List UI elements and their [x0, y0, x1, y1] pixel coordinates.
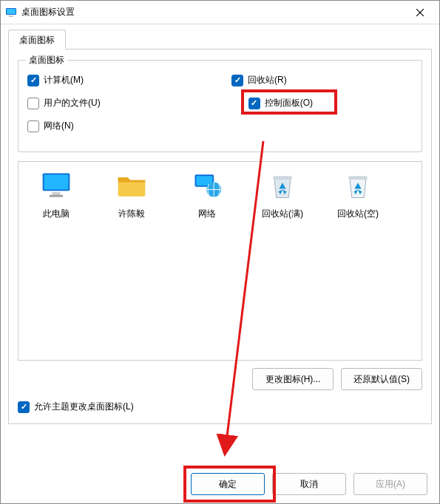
apply-button[interactable]: 应用(A) — [353, 473, 427, 495]
icon-preview-list[interactable]: 此电脑 许陈毅 网络 — [18, 161, 422, 361]
folder-icon — [115, 169, 148, 202]
preview-item-bin-empty[interactable]: 回收站(空) — [326, 169, 390, 220]
preview-item-label: 回收站(满) — [251, 208, 314, 220]
change-icon-button[interactable]: 更改图标(H)... — [252, 368, 334, 390]
preview-item-this-pc[interactable]: 此电脑 — [24, 169, 88, 220]
checkbox-label: 用户的文件(U) — [44, 97, 101, 109]
svg-rect-2 — [9, 16, 13, 17]
checkbox-icon — [27, 75, 39, 86]
network-icon — [191, 169, 223, 202]
checkbox-icon — [18, 401, 30, 413]
preview-item-label: 此电脑 — [24, 208, 88, 220]
checkbox-label: 回收站(R) — [248, 74, 287, 86]
checkbox-user-files[interactable]: 用户的文件(U) — [27, 97, 101, 109]
preview-item-network[interactable]: 网络 — [175, 169, 239, 220]
dialog-button-bar: 确定 取消 应用(A) — [1, 465, 439, 503]
preview-item-user[interactable]: 许陈毅 — [100, 169, 163, 220]
ok-button[interactable]: 确定 — [191, 473, 265, 495]
close-icon — [416, 9, 424, 16]
checkbox-icon — [27, 98, 39, 109]
button-label: 确定 — [219, 478, 237, 491]
title-bar: 桌面图标设置 — [1, 1, 439, 24]
restore-defaults-button[interactable]: 还原默认值(S) — [341, 368, 422, 390]
button-label: 取消 — [300, 478, 318, 491]
checkbox-icon — [27, 120, 39, 132]
preview-item-bin-full[interactable]: 回收站(满) — [251, 169, 314, 220]
tab-panel: 桌面图标 计算机(M) 回收站(R) 用户的文件(U) 控制面板(O) — [8, 50, 432, 424]
checkbox-label: 允许主题更改桌面图标(L) — [34, 401, 134, 413]
svg-rect-7 — [53, 192, 61, 195]
recycle-bin-full-icon — [266, 169, 299, 202]
checkbox-control-panel[interactable]: 控制面板(O) — [248, 97, 313, 109]
checkbox-network[interactable]: 网络(N) — [27, 120, 74, 132]
checkbox-label: 计算机(M) — [44, 74, 84, 86]
svg-rect-13 — [348, 176, 368, 180]
checkbox-icon — [231, 75, 243, 86]
checkbox-icon — [248, 98, 260, 109]
tab-desktop-icons[interactable]: 桌面图标 — [8, 30, 66, 50]
group-legend: 桌面图标 — [26, 54, 67, 67]
checkbox-allow-theme[interactable]: 允许主题更改桌面图标(L) — [18, 401, 134, 413]
tab-strip: 桌面图标 — [8, 29, 432, 50]
group-desktop-icons: 桌面图标 计算机(M) 回收站(R) 用户的文件(U) 控制面板(O) — [18, 60, 422, 152]
button-label: 还原默认值(S) — [353, 373, 410, 386]
cancel-button[interactable]: 取消 — [272, 473, 346, 495]
preview-item-label: 许陈毅 — [100, 208, 163, 220]
tab-label: 桌面图标 — [19, 35, 55, 45]
svg-rect-8 — [50, 195, 63, 197]
checkbox-label: 控制面板(O) — [265, 97, 313, 109]
checkbox-label: 网络(N) — [44, 120, 74, 132]
recycle-bin-empty-icon — [342, 169, 374, 202]
app-icon — [5, 7, 17, 18]
close-button[interactable] — [404, 1, 436, 24]
preview-item-label: 回收站(空) — [326, 208, 390, 220]
preview-item-label: 网络 — [175, 208, 239, 220]
button-label: 应用(A) — [376, 478, 405, 491]
checkbox-recycle-bin[interactable]: 回收站(R) — [231, 74, 287, 86]
svg-rect-6 — [44, 174, 69, 189]
svg-rect-1 — [7, 9, 16, 14]
monitor-icon — [40, 169, 72, 202]
svg-rect-12 — [273, 176, 292, 180]
button-label: 更改图标(H)... — [265, 373, 321, 386]
window-title: 桌面图标设置 — [21, 6, 404, 18]
checkbox-computer[interactable]: 计算机(M) — [27, 74, 84, 86]
